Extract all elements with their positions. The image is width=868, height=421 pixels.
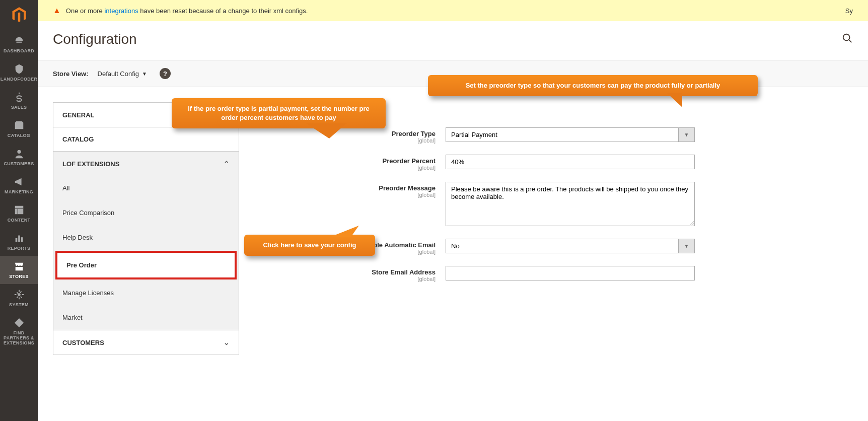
landofcoder-icon bbox=[14, 63, 25, 75]
config-sidebar: GENERAL ⌄ CATALOG LOF EXTENSIONS ⌃ All P… bbox=[53, 102, 239, 355]
svg-rect-6 bbox=[14, 318, 23, 327]
field-label-store-email: Store Email Address bbox=[254, 268, 436, 276]
dollar-icon bbox=[14, 92, 25, 103]
auto-email-select[interactable]: No bbox=[446, 239, 679, 253]
store-icon bbox=[14, 261, 25, 272]
sidebar-item-content[interactable]: CONTENT bbox=[0, 199, 38, 228]
store-view-selector[interactable]: Default Config ▼ bbox=[98, 70, 147, 78]
chevron-down-icon: ⌄ bbox=[224, 338, 230, 346]
sidebar-item-customers[interactable]: CUSTOMERS bbox=[0, 143, 38, 171]
sidebar-item-label: CATALOG bbox=[8, 133, 30, 138]
sidebar-item-label: DASHBOARD bbox=[4, 48, 34, 53]
preorder-type-select[interactable]: Partial Payment bbox=[446, 127, 679, 142]
admin-sidebar: DASHBOARD LANDOFCODER SALES CATALOG CUST… bbox=[0, 0, 38, 370]
magento-logo[interactable] bbox=[0, 0, 38, 30]
preorder-percent-input[interactable] bbox=[446, 155, 695, 169]
sidebar-item-label: FIND PARTNERS & EXTENSIONS bbox=[2, 330, 36, 345]
store-email-input[interactable] bbox=[446, 266, 695, 280]
cfg-item-market[interactable]: Market bbox=[53, 305, 239, 330]
sidebar-item-label: CUSTOMERS bbox=[4, 161, 34, 166]
callout-percent: If the pre order type is partial payment… bbox=[172, 98, 386, 128]
gear-icon bbox=[14, 289, 25, 300]
page-title: Configuration bbox=[53, 31, 842, 47]
select-caret-icon[interactable]: ▼ bbox=[679, 239, 695, 253]
sidebar-item-catalog[interactable]: CATALOG bbox=[0, 115, 38, 143]
svg-line-8 bbox=[849, 39, 852, 42]
cfg-cat-customers[interactable]: CUSTOMERS ⌄ bbox=[53, 330, 239, 355]
sidebar-item-label: REPORTS bbox=[8, 246, 31, 251]
notification-bar: ▲ One or more integrations have been res… bbox=[38, 0, 868, 21]
svg-rect-4 bbox=[21, 237, 23, 242]
warning-icon: ▲ bbox=[53, 6, 61, 15]
cfg-item-manage-licenses[interactable]: Manage Licenses bbox=[53, 280, 239, 305]
content-icon bbox=[14, 204, 25, 216]
select-caret-icon[interactable]: ▼ bbox=[679, 127, 695, 142]
sidebar-item-label: STORES bbox=[9, 274, 29, 279]
cfg-cat-catalog[interactable]: CATALOG bbox=[53, 127, 239, 151]
sidebar-item-reports[interactable]: REPORTS bbox=[0, 228, 38, 256]
cfg-item-help-desk[interactable]: Help Desk bbox=[53, 225, 239, 250]
notification-text: One or more integrations have been reset… bbox=[66, 7, 308, 15]
svg-point-0 bbox=[17, 150, 21, 154]
sidebar-item-label: CONTENT bbox=[8, 218, 31, 223]
svg-rect-2 bbox=[15, 238, 17, 242]
store-view-label: Store View: bbox=[53, 70, 89, 78]
svg-rect-1 bbox=[15, 206, 23, 215]
svg-point-7 bbox=[843, 34, 850, 40]
cfg-item-all[interactable]: All bbox=[53, 176, 239, 200]
sidebar-item-sales[interactable]: SALES bbox=[0, 87, 38, 115]
partners-icon bbox=[14, 317, 25, 328]
dashboard-icon bbox=[14, 35, 25, 46]
sidebar-item-label: LANDOFCODER bbox=[1, 77, 37, 82]
preorder-message-textarea[interactable]: Please be aware this is a pre order. The… bbox=[446, 182, 695, 226]
integrations-link[interactable]: integrations bbox=[104, 7, 138, 15]
cfg-cat-lof-extensions[interactable]: LOF EXTENSIONS ⌃ bbox=[53, 152, 239, 176]
field-label-preorder-message: Preorder Message bbox=[254, 184, 436, 192]
sidebar-item-marketing[interactable]: MARKETING bbox=[0, 171, 38, 199]
sidebar-item-label: MARKETING bbox=[5, 189, 33, 194]
callout-type: Set the preorder type so that your custo… bbox=[428, 75, 758, 96]
sidebar-item-partners[interactable]: FIND PARTNERS & EXTENSIONS bbox=[0, 312, 38, 350]
field-label-preorder-percent: Preorder Percent bbox=[254, 157, 436, 165]
sidebar-item-dashboard[interactable]: DASHBOARD bbox=[0, 30, 38, 58]
chart-icon bbox=[14, 233, 25, 244]
cfg-item-price-comparison[interactable]: Price Comparison bbox=[53, 200, 239, 225]
caret-down-icon: ▼ bbox=[142, 71, 147, 77]
person-icon bbox=[14, 148, 25, 159]
sidebar-item-system[interactable]: SYSTEM bbox=[0, 284, 38, 312]
catalog-icon bbox=[14, 120, 25, 131]
sidebar-item-stores[interactable]: STORES bbox=[0, 256, 38, 284]
megaphone-icon bbox=[14, 176, 25, 187]
chevron-up-icon: ⌃ bbox=[224, 160, 230, 168]
sidebar-item-landofcoder[interactable]: LANDOFCODER bbox=[0, 58, 38, 87]
sidebar-item-label: SYSTEM bbox=[9, 302, 29, 307]
sidebar-item-label: SALES bbox=[11, 105, 27, 110]
callout-save: Click here to save your config bbox=[244, 235, 375, 256]
help-icon[interactable]: ? bbox=[160, 68, 171, 79]
search-icon[interactable] bbox=[842, 33, 853, 46]
cfg-item-pre-order[interactable]: Pre Order bbox=[55, 251, 237, 279]
svg-rect-3 bbox=[18, 236, 20, 242]
